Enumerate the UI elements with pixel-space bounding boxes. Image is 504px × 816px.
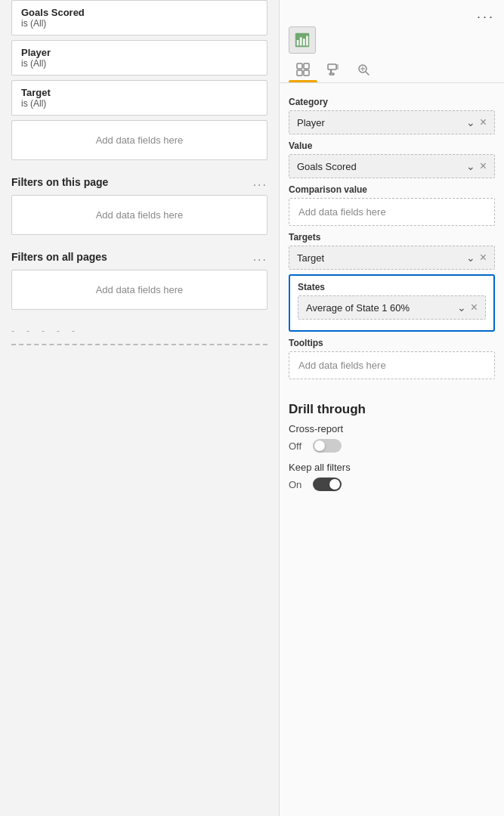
cross-report-toggle-label: Off <box>289 440 307 452</box>
svg-rect-6 <box>304 63 309 69</box>
viz-icon-bar <box>280 22 504 57</box>
filter-player-name: Player <box>21 47 258 58</box>
targets-pill-actions: ⌄ × <box>466 251 487 264</box>
filters-this-page-title: Filters on this page <box>11 176 108 188</box>
cross-report-row: Cross-report Off <box>289 423 495 453</box>
targets-label: Targets <box>289 232 495 243</box>
svg-rect-4 <box>306 36 308 46</box>
value-remove-icon[interactable]: × <box>480 159 487 173</box>
left-filter-panel: Goals Scored is (All) Player is (All) Ta… <box>0 0 280 816</box>
category-field-pill[interactable]: Player ⌄ × <box>289 110 495 134</box>
keep-filters-toggle-thumb <box>329 479 340 490</box>
bottom-divider: - - - - - <box>11 325 267 345</box>
filter-target-value: is (All) <box>21 98 258 109</box>
states-chevron-icon[interactable]: ⌄ <box>457 301 466 314</box>
filter-goals-scored-value: is (All) <box>21 18 258 29</box>
cross-report-toggle-thumb <box>314 440 325 451</box>
filter-card-player[interactable]: Player is (All) <box>11 40 267 76</box>
comparison-value-label: Comparison value <box>289 184 495 195</box>
states-pill-actions: ⌄ × <box>457 301 478 314</box>
fields-container: Category Player ⌄ × Value Goals Scored ⌄… <box>280 83 504 391</box>
right-top-bar: ... <box>280 0 504 22</box>
grid-icon <box>296 63 310 76</box>
tab-format[interactable] <box>319 57 348 82</box>
value-pill-actions: ⌄ × <box>466 159 487 173</box>
svg-rect-7 <box>297 70 302 76</box>
category-chevron-icon[interactable]: ⌄ <box>466 116 475 128</box>
svg-rect-8 <box>304 70 309 76</box>
filter-card-target[interactable]: Target is (All) <box>11 80 267 116</box>
svg-rect-5 <box>297 63 302 69</box>
cross-report-label: Cross-report <box>289 423 495 434</box>
tooltips-add-field[interactable]: Add data fields here <box>289 351 495 379</box>
add-fields-top[interactable]: Add data fields here <box>11 120 267 160</box>
paint-icon <box>326 63 340 76</box>
tab-analytics[interactable] <box>349 57 378 82</box>
filter-goals-scored-name: Goals Scored <box>21 7 258 18</box>
keep-filters-row: Keep all filters On <box>289 462 495 491</box>
category-field-value: Player <box>297 117 325 128</box>
filters-this-page-dots[interactable]: ... <box>253 175 267 189</box>
analytics-icon <box>357 63 370 76</box>
filter-target-name: Target <box>21 87 258 98</box>
add-fields-this-page[interactable]: Add data fields here <box>11 195 267 235</box>
svg-line-14 <box>366 72 369 75</box>
category-label: Category <box>289 97 495 107</box>
right-viz-panel: ... <box>280 0 504 816</box>
drill-through-section: Drill through Cross-report Off Keep all … <box>280 391 504 508</box>
svg-rect-3 <box>303 39 305 45</box>
right-panel-dots[interactable]: ... <box>477 6 495 22</box>
targets-remove-icon[interactable]: × <box>480 251 487 264</box>
category-remove-icon[interactable]: × <box>480 116 487 129</box>
filter-player-value: is (All) <box>21 58 258 69</box>
filters-this-page-header: Filters on this page ... <box>11 165 267 195</box>
targets-field-pill[interactable]: Target ⌄ × <box>289 246 495 270</box>
tooltips-label: Tooltips <box>289 338 495 348</box>
filters-all-pages-header: Filters on all pages ... <box>11 240 267 270</box>
filters-all-pages-title: Filters on all pages <box>11 251 107 263</box>
visualization-tabs <box>280 57 504 83</box>
value-field-value: Goals Scored <box>297 161 357 172</box>
filter-card-goals-scored[interactable]: Goals Scored is (All) <box>11 0 267 36</box>
svg-rect-2 <box>300 37 302 45</box>
filters-all-pages-dots[interactable]: ... <box>253 250 267 264</box>
keep-filters-label: Keep all filters <box>289 462 495 473</box>
value-chevron-icon[interactable]: ⌄ <box>466 160 475 172</box>
svg-rect-1 <box>297 40 299 45</box>
states-label: States <box>298 282 486 292</box>
keep-filters-toggle-row: On <box>289 478 495 491</box>
value-label: Value <box>289 141 495 151</box>
targets-field-value: Target <box>297 252 324 264</box>
tab-category[interactable] <box>289 57 317 82</box>
cross-report-toggle-row: Off <box>289 439 495 453</box>
cross-report-toggle[interactable] <box>313 439 342 453</box>
keep-filters-toggle-label: On <box>289 479 307 490</box>
drill-through-title: Drill through <box>289 402 495 417</box>
comparison-add-field[interactable]: Add data fields here <box>289 198 495 226</box>
states-remove-icon[interactable]: × <box>471 301 478 314</box>
states-section: States Average of State 1 60% ⌄ × <box>289 274 495 332</box>
viz-chart-icon[interactable] <box>289 26 316 54</box>
svg-rect-11 <box>329 73 334 75</box>
value-field-pill[interactable]: Goals Scored ⌄ × <box>289 154 495 178</box>
svg-rect-9 <box>328 64 336 70</box>
svg-rect-12 <box>336 64 339 70</box>
add-fields-all-pages[interactable]: Add data fields here <box>11 270 267 310</box>
states-field-pill[interactable]: Average of State 1 60% ⌄ × <box>298 295 486 320</box>
targets-chevron-icon[interactable]: ⌄ <box>466 252 475 264</box>
category-pill-actions: ⌄ × <box>466 116 487 129</box>
states-field-value: Average of State 1 60% <box>306 302 410 314</box>
keep-filters-toggle[interactable] <box>313 478 342 491</box>
